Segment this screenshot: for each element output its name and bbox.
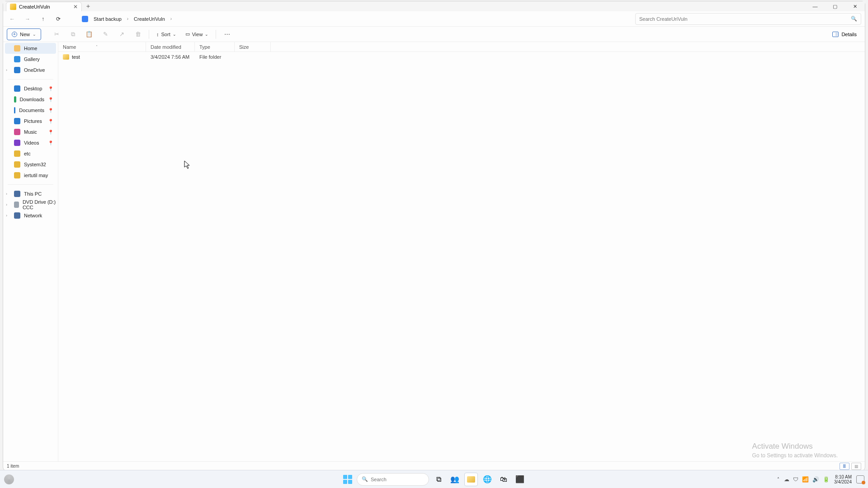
clock[interactable]: 8:10 AM 3/4/2024 <box>834 474 852 484</box>
gallery-icon <box>14 56 20 62</box>
teams-icon[interactable]: 👥 <box>448 473 462 486</box>
sort-ascending-icon: ˄ <box>96 45 98 49</box>
edge-icon[interactable]: 🌐 <box>481 473 494 486</box>
refresh-button[interactable]: ⟳ <box>53 14 64 24</box>
file-row[interactable]: test 3/4/2024 7:56 AM File folder <box>58 52 865 62</box>
column-type[interactable]: Type <box>195 42 235 52</box>
folder-icon <box>467 476 475 483</box>
terminal-icon[interactable]: ⬛ <box>513 473 527 486</box>
start-button[interactable] <box>341 473 354 486</box>
column-date[interactable]: Date modified <box>146 42 195 52</box>
main-content: Name ˄ Date modified Type Size test 3/4/… <box>58 42 865 461</box>
up-button[interactable]: ↑ <box>38 14 48 24</box>
chevron-right-icon[interactable]: › <box>6 68 7 72</box>
chevron-right-icon[interactable]: › <box>6 202 7 207</box>
explorer-taskbar-icon[interactable] <box>464 473 478 486</box>
plus-icon: + <box>12 32 17 37</box>
forward-button[interactable]: → <box>22 14 33 24</box>
minimize-button[interactable]: — <box>805 1 825 11</box>
weather-widget[interactable] <box>0 474 18 484</box>
item-count: 1 item <box>7 464 19 469</box>
sidebar-item-network[interactable]: › Network <box>3 210 58 221</box>
sidebar-item-thispc[interactable]: › This PC <box>3 188 58 199</box>
pin-icon: 📍 <box>48 108 53 113</box>
watermark-subtitle: Go to Settings to activate Windows. <box>752 452 838 460</box>
tab-active[interactable]: CreateUriVuln ✕ <box>6 2 82 11</box>
sidebar-item-etc[interactable]: etc <box>3 148 58 159</box>
pin-icon: 📍 <box>48 141 53 145</box>
pin-icon: 📍 <box>48 86 53 91</box>
activation-watermark: Activate Windows Go to Settings to activ… <box>752 441 838 460</box>
chevron-right-icon: › <box>169 16 174 21</box>
column-size[interactable]: Size <box>235 42 271 52</box>
column-name[interactable]: Name ˄ <box>58 42 146 52</box>
separator <box>216 30 216 39</box>
chevron-right-icon[interactable]: › <box>6 213 7 218</box>
column-label: Size <box>239 44 249 50</box>
sidebar-item-downloads[interactable]: Downloads 📍 <box>3 94 58 105</box>
empty-area[interactable] <box>58 62 865 461</box>
close-window-button[interactable]: ✕ <box>845 1 865 11</box>
battery-icon[interactable]: 🔋 <box>823 476 830 483</box>
taskbar-center: 🔍 ⧉ 👥 🌐 🛍 ⬛ <box>341 473 527 486</box>
pictures-icon <box>14 118 20 124</box>
clock-time: 8:10 AM <box>834 474 852 479</box>
chevron-right-icon: › <box>125 16 130 21</box>
copy-button[interactable]: ⧉ <box>66 28 80 40</box>
clock-date: 3/4/2024 <box>834 479 852 484</box>
column-label: Date modified <box>151 44 181 50</box>
separator <box>149 30 149 39</box>
sidebar-item-label: This PC <box>24 191 42 197</box>
sidebar-item-label: Pictures <box>24 118 42 124</box>
onedrive-tray-icon[interactable]: ☁ <box>784 476 789 483</box>
task-view-button[interactable]: ⧉ <box>432 473 445 486</box>
sidebar-item-documents[interactable]: Documents 📍 <box>3 105 58 116</box>
rename-button[interactable]: ✎ <box>98 28 113 40</box>
taskbar-search-input[interactable] <box>371 477 433 482</box>
search-box[interactable]: 🔍 <box>635 13 861 25</box>
sound-icon[interactable]: 🔊 <box>812 476 819 483</box>
wifi-icon[interactable]: 📶 <box>802 476 809 483</box>
delete-button[interactable]: 🗑 <box>131 28 145 40</box>
sidebar-item-label: Home <box>24 46 37 51</box>
sidebar-item-system32[interactable]: System32 <box>3 159 58 170</box>
maximize-button[interactable]: ▢ <box>825 1 845 11</box>
tab-close-button[interactable]: ✕ <box>73 4 78 10</box>
weather-icon <box>4 474 14 484</box>
sidebar-item-iertutil[interactable]: iertutil may <box>3 170 58 181</box>
new-button[interactable]: + New ⌄ <box>7 28 41 40</box>
pc-icon <box>14 191 20 197</box>
search-icon[interactable]: 🔍 <box>851 16 857 22</box>
breadcrumb-root[interactable]: Start backup <box>92 15 123 23</box>
back-button[interactable]: ← <box>7 14 18 24</box>
security-tray-icon[interactable]: 🛡 <box>793 476 798 483</box>
notifications-button[interactable] <box>856 475 864 483</box>
sort-button[interactable]: ↕ Sort ⌄ <box>153 28 180 40</box>
disc-icon <box>14 202 19 208</box>
view-grid-toggle[interactable]: ▦ <box>851 463 861 470</box>
more-button[interactable]: ⋯ <box>220 28 234 40</box>
chevron-right-icon[interactable]: › <box>6 192 7 196</box>
sidebar-item-pictures[interactable]: Pictures 📍 <box>3 116 58 127</box>
sidebar-item-onedrive[interactable]: › OneDrive <box>3 65 58 75</box>
sidebar-item-desktop[interactable]: Desktop 📍 <box>3 83 58 94</box>
details-pane-button[interactable]: Details <box>828 28 861 40</box>
sidebar-item-music[interactable]: Music 📍 <box>3 127 58 137</box>
column-headers: Name ˄ Date modified Type Size <box>58 42 865 52</box>
cut-button[interactable]: ✂ <box>49 28 64 40</box>
sidebar-item-gallery[interactable]: Gallery <box>3 54 58 65</box>
sidebar-item-home[interactable]: Home <box>5 43 56 54</box>
sidebar-item-dvd[interactable]: › DVD Drive (D:) CCC <box>3 199 58 210</box>
store-icon[interactable]: 🛍 <box>497 473 510 486</box>
new-tab-button[interactable]: ＋ <box>82 1 94 11</box>
sidebar-item-videos[interactable]: Videos 📍 <box>3 137 58 148</box>
share-button[interactable]: ↗ <box>114 28 129 40</box>
breadcrumb-current[interactable]: CreateUriVuln <box>132 15 167 23</box>
search-input[interactable] <box>639 16 851 22</box>
tray-overflow-button[interactable]: ˄ <box>777 477 779 482</box>
taskbar-search[interactable]: 🔍 <box>357 473 429 486</box>
view-details-toggle[interactable]: ≣ <box>840 463 849 470</box>
view-button[interactable]: ▭ View ⌄ <box>182 28 212 40</box>
breadcrumb: Start backup › CreateUriVuln › <box>68 15 631 23</box>
paste-button[interactable]: 📋 <box>82 28 96 40</box>
